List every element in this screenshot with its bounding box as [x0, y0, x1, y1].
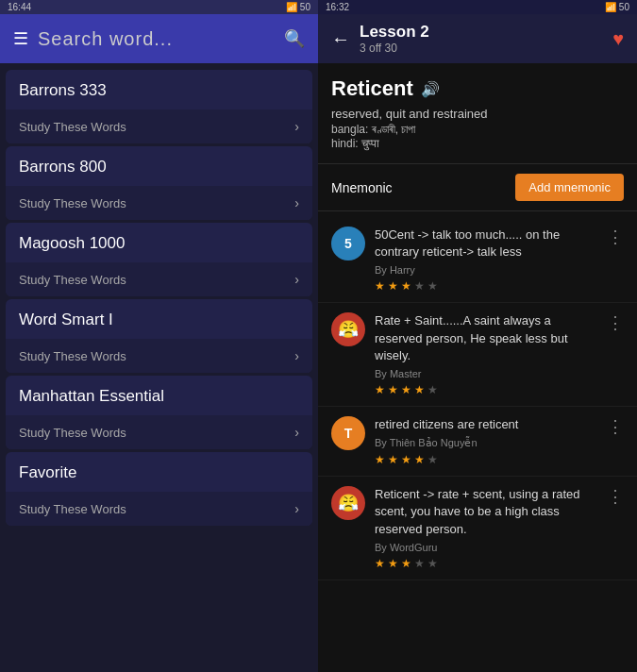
mnemonic-text-1: 50Cent -> talk too much..... on the cont…: [375, 227, 594, 260]
avatar-3: T: [331, 416, 365, 450]
mnemonic-more-1[interactable]: ⋮: [603, 227, 624, 247]
mnemonic-more-4[interactable]: ⋮: [603, 486, 624, 507]
mnemonic-item-1: 5 50Cent -> talk too much..... on the co…: [318, 217, 637, 303]
hamburger-icon[interactable]: ☰: [13, 28, 28, 49]
mnemonic-author-1: By Harry: [375, 264, 594, 276]
word-bangla: bangla: ৰণ্ডাৰী, চাপা: [331, 123, 624, 136]
star-3: ★: [414, 383, 425, 396]
status-bar-right: 16:32 📶 50: [318, 0, 637, 14]
mnemonic-item-4: 😤 Reticent -> rate + scent, using a rate…: [318, 477, 637, 580]
mnemonic-content-4: Reticent -> rate + scent, using a rated …: [375, 486, 594, 570]
sound-icon[interactable]: 🔊: [421, 80, 440, 98]
word-item-title: Manhattan Essential: [6, 376, 312, 412]
mnemonic-author-3: By Thiên Bảo Nguyễn: [375, 437, 594, 449]
study-label: Study These Words: [19, 349, 126, 363]
avatar-4: 😤: [331, 486, 365, 520]
word-item-title: Magoosh 1000: [6, 223, 312, 259]
study-label: Study These Words: [19, 426, 126, 440]
mnemonic-bar: Mnemonic Add mnemonic: [318, 164, 637, 211]
star-2: ★: [401, 557, 411, 570]
lesson-progress: 3 off 30: [360, 42, 612, 55]
star-1: ★: [388, 453, 398, 466]
word-definition: reserved, quit and restrained: [331, 107, 624, 121]
time-left: 16:44: [8, 2, 31, 12]
stars-row-4: ★★★★★: [375, 557, 594, 570]
mnemonic-text-4: Reticent -> rate + scent, using a rated …: [375, 486, 594, 538]
status-bar-left: 16:44 📶 50: [0, 0, 318, 14]
mnemonics-list: 5 50Cent -> talk too much..... on the co…: [318, 211, 637, 672]
star-1: ★: [388, 383, 398, 396]
avatar-2: 😤: [331, 312, 365, 346]
chevron-right-icon: ›: [294, 348, 299, 363]
star-1: ★: [388, 557, 398, 570]
stars-row-1: ★★★★★: [375, 279, 594, 293]
star-4: ★: [427, 557, 438, 570]
mnemonic-item-3: T retired citizens are reticent By Thiên…: [318, 407, 637, 477]
star-0: ★: [375, 453, 385, 466]
star-4: ★: [427, 453, 438, 466]
word-item-manhattan: Manhattan Essential Study These Words ›: [6, 376, 312, 449]
word-item-title: Barrons 800: [6, 146, 312, 182]
chevron-right-icon: ›: [294, 195, 299, 210]
word-hindi: hindi: चुप्पा: [331, 137, 624, 150]
search-placeholder-text[interactable]: Search word...: [38, 28, 173, 50]
chevron-right-icon: ›: [294, 501, 299, 516]
star-4: ★: [427, 383, 438, 396]
mnemonic-content-3: retired citizens are reticent By Thiên B…: [375, 416, 594, 466]
star-0: ★: [375, 383, 385, 396]
right-panel: 16:32 📶 50 ← Lesson 2 3 off 30 ♥ Reticen…: [318, 0, 637, 672]
word-item-barrons800: Barrons 800 Study These Words ›: [6, 146, 312, 220]
back-button[interactable]: ←: [331, 28, 350, 50]
star-2: ★: [401, 383, 411, 396]
word-list: Barrons 333 Study These Words › Barrons …: [0, 63, 318, 672]
add-mnemonic-button[interactable]: Add mnemonic: [515, 174, 624, 201]
study-row-barrons800[interactable]: Study These Words ›: [6, 186, 312, 220]
chevron-right-icon: ›: [294, 119, 299, 134]
signal-icons-right: 📶 50: [605, 2, 629, 12]
mnemonic-item-2: 😤 Rate + Saint......A saint always a res…: [318, 303, 637, 407]
star-1: ★: [388, 279, 398, 293]
word-item-favorite: Favorite Study These Words ›: [6, 452, 312, 526]
study-row-wordsmart[interactable]: Study These Words ›: [6, 339, 312, 373]
word-item-title: Barrons 333: [6, 70, 312, 106]
word-detail: Reticent 🔊 reserved, quit and restrained…: [318, 63, 637, 164]
stars-row-3: ★★★★★: [375, 453, 594, 466]
mnemonic-label: Mnemonic: [331, 180, 393, 195]
search-icon[interactable]: 🔍: [284, 28, 305, 49]
signal-icons: 📶 50: [286, 2, 310, 12]
star-2: ★: [401, 279, 411, 293]
word-item-title: Word Smart I: [6, 299, 312, 335]
mnemonic-text-2: Rate + Saint......A saint always a reser…: [375, 312, 594, 364]
study-label: Study These Words: [19, 502, 126, 516]
favorite-button[interactable]: ♥: [612, 28, 624, 50]
mnemonic-content-1: 50Cent -> talk too much..... on the cont…: [375, 227, 594, 293]
word-item-magoosh1000: Magoosh 1000 Study These Words ›: [6, 223, 312, 296]
star-4: ★: [427, 279, 438, 293]
avatar-1: 5: [331, 227, 365, 260]
word-item-barrons333: Barrons 333 Study These Words ›: [6, 70, 312, 143]
study-row-barrons333[interactable]: Study These Words ›: [6, 109, 312, 143]
mnemonic-more-2[interactable]: ⋮: [603, 312, 624, 333]
star-3: ★: [414, 453, 425, 466]
word-item-wordsmart: Word Smart I Study These Words ›: [6, 299, 312, 373]
chevron-right-icon: ›: [294, 425, 299, 440]
star-2: ★: [401, 453, 411, 466]
chevron-right-icon: ›: [294, 272, 299, 287]
stars-row-2: ★★★★★: [375, 383, 594, 396]
right-header: ← Lesson 2 3 off 30 ♥: [318, 14, 637, 63]
mnemonic-more-3[interactable]: ⋮: [603, 416, 624, 437]
study-row-magoosh1000[interactable]: Study These Words ›: [6, 262, 312, 296]
study-row-manhattan[interactable]: Study These Words ›: [6, 415, 312, 449]
star-0: ★: [375, 557, 385, 570]
mnemonic-author-4: By WordGuru: [375, 542, 594, 553]
study-label: Study These Words: [19, 120, 126, 134]
study-row-favorite[interactable]: Study These Words ›: [6, 492, 312, 526]
lesson-title: Lesson 2: [360, 23, 612, 42]
left-header: ☰ Search word... 🔍: [0, 14, 318, 63]
star-0: ★: [375, 279, 385, 293]
mnemonic-content-2: Rate + Saint......A saint always a reser…: [375, 312, 594, 396]
left-panel: 16:44 📶 50 ☰ Search word... 🔍 Barrons 33…: [0, 0, 318, 672]
star-3: ★: [414, 557, 425, 570]
mnemonic-text-3: retired citizens are reticent: [375, 416, 594, 433]
study-label: Study These Words: [19, 196, 126, 210]
